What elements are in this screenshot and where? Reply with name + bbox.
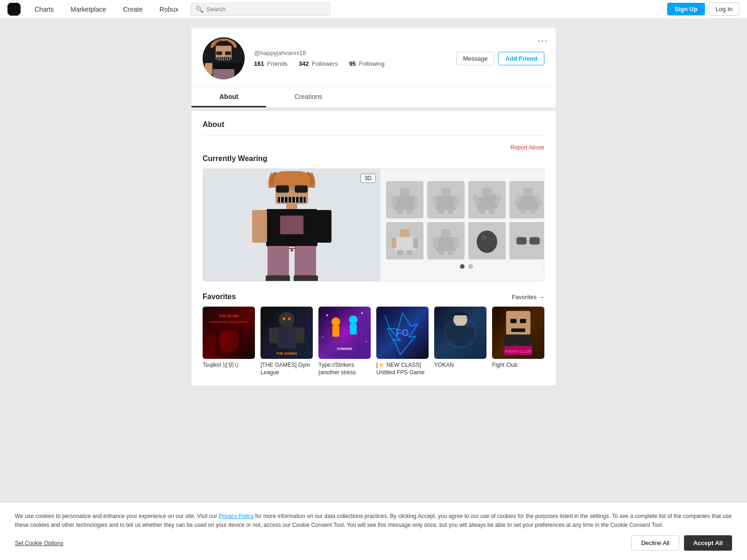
- nav-link-charts[interactable]: Charts: [26, 0, 62, 19]
- svg-point-106: [326, 315, 328, 316]
- svg-rect-19: [295, 185, 308, 193]
- game-card-6[interactable]: FIGHT CLUB Fight Club: [492, 307, 544, 376]
- signup-button[interactable]: Sign Up: [667, 3, 705, 15]
- svg-rect-16: [235, 63, 242, 75]
- svg-rect-64: [400, 229, 409, 238]
- avatar-3d-panel: 3D: [203, 169, 381, 281]
- svg-point-88: [218, 330, 240, 352]
- svg-point-96: [283, 317, 286, 320]
- nav-link-robux[interactable]: Robux: [151, 0, 187, 19]
- svg-rect-79: [529, 237, 540, 245]
- favorites-link[interactable]: Favorites →: [512, 294, 544, 301]
- svg-rect-5: [225, 51, 231, 55]
- svg-rect-71: [436, 237, 456, 251]
- svg-rect-52: [482, 188, 492, 196]
- svg-rect-100: [318, 307, 371, 359]
- tab-about[interactable]: About: [191, 87, 266, 107]
- svg-rect-42: [392, 196, 396, 207]
- svg-rect-58: [523, 188, 533, 196]
- svg-rect-72: [433, 238, 437, 248]
- svg-rect-50: [438, 209, 444, 214]
- svg-rect-62: [521, 209, 526, 214]
- svg-text:TSUJIGIRI: TSUJIGIRI: [219, 314, 239, 318]
- svg-rect-66: [392, 238, 396, 248]
- item-cell-6[interactable]: [427, 222, 465, 259]
- add-friend-button[interactable]: Add Friend: [498, 52, 544, 65]
- page-content: ···: [191, 19, 556, 395]
- item-cell-8[interactable]: [509, 222, 544, 259]
- report-abuse-link[interactable]: Report Abuse: [203, 143, 544, 151]
- item-cell-4[interactable]: [509, 181, 544, 218]
- game-thumb-3: STRIKERS: [318, 307, 371, 359]
- svg-rect-69: [407, 250, 412, 255]
- game-title-4: [⚡ NEW CLASS] Untitled FPS Game: [376, 362, 429, 376]
- svg-rect-115: [453, 326, 467, 345]
- game-card-2[interactable]: THE GAMES [THE GAMES] Gym League: [261, 307, 313, 376]
- svg-point-107: [361, 312, 363, 314]
- game-title-6: Fight Club: [492, 362, 544, 369]
- svg-rect-56: [479, 209, 485, 214]
- svg-rect-31: [252, 210, 267, 243]
- game-card-3[interactable]: STRIKERS Type://Strikers {another stress: [318, 307, 371, 376]
- svg-rect-2: [213, 69, 234, 79]
- nav-link-marketplace[interactable]: Marketplace: [62, 0, 114, 19]
- svg-rect-65: [395, 237, 415, 251]
- svg-rect-116: [446, 327, 454, 341]
- svg-rect-51: [448, 209, 453, 214]
- svg-rect-86: [211, 327, 247, 330]
- svg-rect-45: [407, 209, 412, 214]
- dot-1[interactable]: [460, 264, 465, 269]
- profile-card: ···: [191, 28, 556, 107]
- game-title-2: [THE GAMES] Gym League: [261, 362, 313, 376]
- search-icon: 🔍: [196, 6, 204, 13]
- svg-rect-35: [295, 246, 316, 279]
- game-title-1: Tsujikiri 辻切り: [203, 362, 255, 369]
- svg-rect-40: [400, 188, 409, 196]
- svg-point-76: [477, 231, 497, 253]
- message-button[interactable]: Message: [456, 52, 495, 65]
- svg-point-77: [482, 236, 486, 240]
- login-button[interactable]: Log In: [709, 2, 740, 16]
- svg-rect-57: [489, 209, 494, 214]
- dot-2[interactable]: [468, 264, 473, 269]
- item-cell-2[interactable]: [427, 181, 465, 218]
- game-card-5[interactable]: YOKAN: [434, 307, 486, 376]
- svg-rect-46: [441, 188, 451, 196]
- roblox-logo-icon[interactable]: [7, 3, 21, 16]
- more-options-button[interactable]: ···: [537, 35, 548, 45]
- game-card-1[interactable]: TSUJIGIRI WANDERING BATTLEFIELD Tsujikir…: [203, 307, 255, 376]
- nav-link-create[interactable]: Create: [115, 0, 151, 19]
- about-title: About: [203, 120, 544, 136]
- game-title-5: YOKAN: [434, 362, 486, 369]
- svg-text:FG: FG: [396, 327, 409, 338]
- game-card-4[interactable]: FG [⚡ NEW CLASS] Untitled FPS Game: [376, 307, 429, 376]
- avatar: [203, 37, 245, 79]
- svg-rect-38: [266, 275, 290, 281]
- svg-rect-18: [276, 185, 289, 193]
- svg-rect-95: [296, 328, 304, 343]
- tab-creations[interactable]: Creations: [266, 87, 350, 107]
- svg-rect-70: [441, 229, 451, 238]
- svg-rect-104: [350, 323, 357, 334]
- svg-point-92: [279, 312, 295, 328]
- item-cell-3[interactable]: [468, 181, 506, 218]
- svg-rect-43: [413, 196, 418, 207]
- profile-stats: 161 Friends 342 Followers 95 Following: [254, 60, 447, 67]
- svg-rect-67: [413, 238, 418, 248]
- game-title-3: Type://Strikers {another stress: [318, 362, 371, 376]
- svg-rect-78: [516, 237, 527, 245]
- svg-rect-93: [277, 327, 296, 349]
- nav-right: Sign Up Log In: [667, 2, 740, 16]
- svg-rect-15: [205, 63, 212, 75]
- item-cell-5[interactable]: [386, 222, 423, 259]
- svg-rect-75: [448, 250, 453, 255]
- favorites-header: Favorites Favorites →: [203, 293, 544, 301]
- avatar-image: [203, 37, 245, 79]
- item-cell-7[interactable]: [468, 222, 506, 259]
- navbar: Charts Marketplace Create Robux 🔍 Sign U…: [0, 0, 747, 19]
- svg-point-97: [288, 317, 291, 320]
- svg-rect-68: [397, 250, 403, 255]
- item-cell-1[interactable]: [386, 181, 423, 218]
- following-stat: 95 Following: [349, 60, 385, 67]
- search-input[interactable]: [206, 6, 325, 13]
